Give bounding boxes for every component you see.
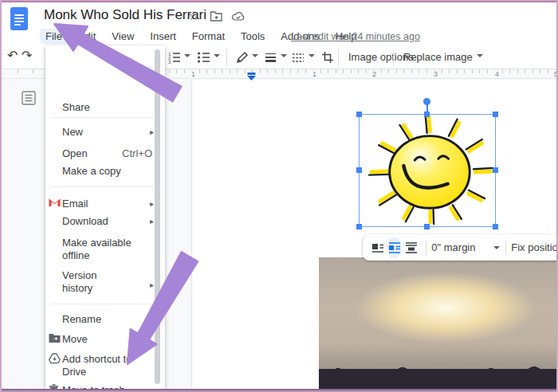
- bulleted-list-icon[interactable]: [197, 51, 210, 67]
- menu-tools[interactable]: Tools: [235, 29, 270, 44]
- resize-handle-se[interactable]: [493, 224, 498, 229]
- file-menu-dropdown: Share New▸ OpenCtrl+O Make a copy Email▸…: [45, 45, 165, 389]
- resize-handle-nw[interactable]: [356, 112, 362, 117]
- submenu-arrow-icon: ▸: [150, 127, 154, 136]
- resize-handle-w[interactable]: [356, 167, 362, 173]
- folder-move-icon: [49, 333, 61, 345]
- ruler-number: 2: [371, 70, 378, 78]
- menu-view[interactable]: View: [106, 29, 140, 44]
- bulleted-list-dropdown-icon[interactable]: [214, 54, 220, 57]
- rotation-handle[interactable]: [423, 98, 430, 105]
- cloud-saved-icon[interactable]: [230, 8, 246, 24]
- sun-clipart[interactable]: [359, 114, 496, 227]
- border-color-dropdown-icon[interactable]: [252, 54, 258, 57]
- docs-logo-icon[interactable]: [10, 7, 28, 30]
- indent-marker-icon[interactable]: [246, 70, 257, 84]
- line-weight-dropdown-icon[interactable]: [281, 54, 287, 57]
- submenu-arrow-icon: ▸: [150, 217, 154, 225]
- menu-scrollbar[interactable]: [155, 49, 160, 384]
- menu-insert[interactable]: Insert: [144, 29, 182, 44]
- menu-edit[interactable]: Edit: [73, 29, 101, 44]
- margin-select[interactable]: 0" margin: [431, 241, 475, 253]
- shortcut-label: Ctrl+O: [122, 147, 152, 159]
- screenshot-border: [0, 0, 558, 2]
- menu-file[interactable]: File: [40, 29, 68, 44]
- resize-handle-ne[interactable]: [493, 112, 498, 117]
- document-title[interactable]: Monk Who Sold His Ferrari: [44, 7, 206, 23]
- border-dash-icon[interactable]: [292, 51, 305, 67]
- svg-text:3: 3: [168, 60, 171, 65]
- header: Monk Who Sold His Ferrari ☆ File Edit Vi…: [0, 0, 558, 45]
- menu-format[interactable]: Format: [187, 29, 230, 44]
- crop-icon[interactable]: [321, 51, 334, 67]
- ruler-number: 4: [493, 70, 501, 78]
- resize-handle-n[interactable]: [424, 112, 430, 117]
- numbered-list-dropdown-icon[interactable]: [184, 54, 191, 57]
- move-folder-icon[interactable]: [208, 8, 224, 24]
- resize-handle-e[interactable]: [493, 167, 498, 173]
- ruler-number: 1: [311, 70, 318, 78]
- gmail-icon: [49, 198, 61, 210]
- last-edit-link[interactable]: Last edit was 24 minutes ago: [291, 31, 420, 42]
- break-text-button[interactable]: [403, 237, 418, 258]
- ruler-number: 3: [432, 70, 439, 78]
- fix-position-button[interactable]: Fix position: [511, 241, 558, 253]
- image-wrap-toolbar: 0" margin Fix position: [363, 234, 558, 261]
- undo-icon[interactable]: ↶: [7, 48, 18, 63]
- resize-handle-sw[interactable]: [356, 224, 362, 229]
- screenshot-border: [0, 0, 2, 392]
- google-docs-window: Monk Who Sold His Ferrari ☆ File Edit Vi…: [0, 0, 558, 392]
- drive-icon: [49, 353, 61, 365]
- sunset-photo[interactable]: [319, 257, 558, 390]
- document-outline-icon[interactable]: [22, 91, 36, 108]
- submenu-arrow-icon: ▸: [150, 199, 154, 208]
- wrap-text-button[interactable]: [387, 237, 402, 258]
- resize-handle-s[interactable]: [424, 224, 430, 229]
- screenshot-border: [0, 389, 558, 392]
- line-weight-icon[interactable]: [265, 51, 277, 67]
- wrap-inline-button[interactable]: [370, 237, 385, 258]
- margin-dropdown-icon[interactable]: [493, 246, 500, 249]
- replace-image-dropdown-icon[interactable]: [477, 54, 483, 57]
- redo-icon[interactable]: ↷: [22, 48, 32, 63]
- ruler-number: 1: [190, 70, 197, 78]
- numbered-list-icon[interactable]: 123: [167, 51, 181, 67]
- border-dash-dropdown-icon[interactable]: [308, 54, 315, 57]
- replace-image-button[interactable]: Replace image: [403, 51, 473, 63]
- submenu-arrow-icon: ▸: [150, 280, 154, 289]
- sun-clipart-drawing: [360, 115, 495, 226]
- border-color-icon[interactable]: [236, 51, 249, 67]
- star-icon[interactable]: ☆: [186, 8, 202, 24]
